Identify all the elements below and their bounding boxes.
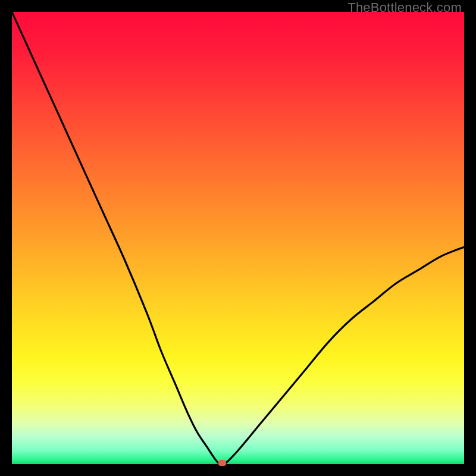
chart-frame: TheBottleneck.com <box>0 0 476 476</box>
minimum-marker <box>218 460 226 466</box>
bottleneck-curve <box>12 12 464 464</box>
